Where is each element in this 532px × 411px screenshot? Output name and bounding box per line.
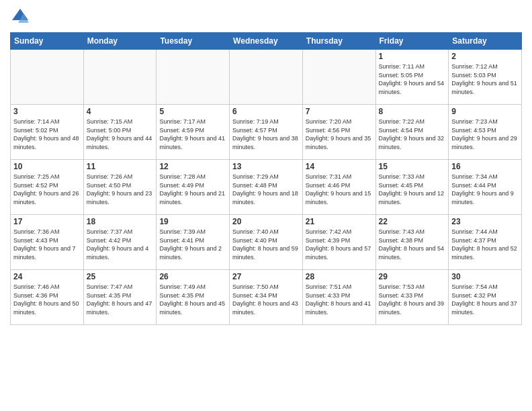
calendar-cell: 6Sunrise: 7:19 AM Sunset: 4:57 PM Daylig…: [230, 105, 303, 160]
day-number: 11: [87, 162, 154, 171]
day-number: 5: [159, 107, 226, 116]
day-info: Sunrise: 7:33 AM Sunset: 4:45 PM Dayligh…: [379, 173, 446, 206]
day-number: 14: [306, 162, 373, 171]
day-info: Sunrise: 7:46 AM Sunset: 4:36 PM Dayligh…: [13, 283, 81, 316]
calendar-cell: 25Sunrise: 7:47 AM Sunset: 4:35 PM Dayli…: [83, 270, 157, 325]
day-info: Sunrise: 7:28 AM Sunset: 4:49 PM Dayligh…: [159, 173, 226, 206]
day-info: Sunrise: 7:49 AM Sunset: 4:35 PM Dayligh…: [159, 283, 226, 316]
calendar-cell: 30Sunrise: 7:54 AM Sunset: 4:32 PM Dayli…: [449, 270, 522, 325]
logo-icon: [10, 7, 30, 27]
calendar-week-2: 3Sunrise: 7:14 AM Sunset: 5:02 PM Daylig…: [11, 105, 522, 160]
day-number: 8: [379, 107, 446, 116]
calendar-cell: 22Sunrise: 7:43 AM Sunset: 4:38 PM Dayli…: [375, 215, 449, 270]
day-number: 22: [379, 217, 446, 226]
day-info: Sunrise: 7:34 AM Sunset: 4:44 PM Dayligh…: [451, 173, 519, 206]
day-number: 29: [379, 272, 446, 281]
calendar-cell: 24Sunrise: 7:46 AM Sunset: 4:36 PM Dayli…: [11, 270, 84, 325]
calendar-cell: 20Sunrise: 7:40 AM Sunset: 4:40 PM Dayli…: [230, 215, 303, 270]
day-number: 6: [232, 107, 300, 116]
weekday-header-tuesday: Tuesday: [157, 33, 230, 50]
logo: [10, 7, 33, 27]
calendar-cell: 1Sunrise: 7:11 AM Sunset: 5:05 PM Daylig…: [375, 50, 449, 105]
day-info: Sunrise: 7:43 AM Sunset: 4:38 PM Dayligh…: [379, 228, 446, 261]
calendar-cell: 3Sunrise: 7:14 AM Sunset: 5:02 PM Daylig…: [11, 105, 84, 160]
day-info: Sunrise: 7:54 AM Sunset: 4:32 PM Dayligh…: [451, 283, 519, 316]
calendar-cell: 2Sunrise: 7:12 AM Sunset: 5:03 PM Daylig…: [449, 50, 522, 105]
day-number: 20: [232, 217, 300, 226]
day-info: Sunrise: 7:44 AM Sunset: 4:37 PM Dayligh…: [451, 228, 519, 261]
day-number: 21: [306, 217, 373, 226]
page: SundayMondayTuesdayWednesdayThursdayFrid…: [0, 0, 532, 411]
day-info: Sunrise: 7:17 AM Sunset: 4:59 PM Dayligh…: [159, 118, 226, 151]
calendar-cell: 17Sunrise: 7:36 AM Sunset: 4:43 PM Dayli…: [11, 215, 84, 270]
calendar-cell: 15Sunrise: 7:33 AM Sunset: 4:45 PM Dayli…: [375, 160, 449, 215]
calendar-cell: 12Sunrise: 7:28 AM Sunset: 4:49 PM Dayli…: [157, 160, 230, 215]
header: [10, 7, 522, 27]
calendar-cell: [83, 50, 157, 105]
weekday-header-thursday: Thursday: [302, 33, 375, 50]
calendar-cell: 4Sunrise: 7:15 AM Sunset: 5:00 PM Daylig…: [83, 105, 157, 160]
calendar: SundayMondayTuesdayWednesdayThursdayFrid…: [10, 32, 522, 325]
day-info: Sunrise: 7:51 AM Sunset: 4:33 PM Dayligh…: [306, 283, 373, 316]
day-info: Sunrise: 7:14 AM Sunset: 5:02 PM Dayligh…: [13, 118, 81, 151]
day-number: 26: [159, 272, 226, 281]
calendar-week-3: 10Sunrise: 7:25 AM Sunset: 4:52 PM Dayli…: [11, 160, 522, 215]
calendar-cell: 11Sunrise: 7:26 AM Sunset: 4:50 PM Dayli…: [83, 160, 157, 215]
weekday-header-friday: Friday: [375, 33, 449, 50]
day-info: Sunrise: 7:26 AM Sunset: 4:50 PM Dayligh…: [87, 173, 154, 206]
calendar-header-row: SundayMondayTuesdayWednesdayThursdayFrid…: [11, 33, 522, 50]
day-number: 23: [451, 217, 519, 226]
day-number: 9: [451, 107, 519, 116]
calendar-cell: 28Sunrise: 7:51 AM Sunset: 4:33 PM Dayli…: [302, 270, 375, 325]
weekday-header-wednesday: Wednesday: [230, 33, 303, 50]
day-info: Sunrise: 7:39 AM Sunset: 4:41 PM Dayligh…: [159, 228, 226, 261]
calendar-cell: 9Sunrise: 7:23 AM Sunset: 4:53 PM Daylig…: [449, 105, 522, 160]
day-number: 13: [232, 162, 300, 171]
calendar-cell: 23Sunrise: 7:44 AM Sunset: 4:37 PM Dayli…: [449, 215, 522, 270]
day-info: Sunrise: 7:29 AM Sunset: 4:48 PM Dayligh…: [232, 173, 300, 206]
day-info: Sunrise: 7:31 AM Sunset: 4:46 PM Dayligh…: [306, 173, 373, 206]
weekday-header-sunday: Sunday: [11, 33, 84, 50]
calendar-cell: 29Sunrise: 7:53 AM Sunset: 4:33 PM Dayli…: [375, 270, 449, 325]
day-number: 12: [159, 162, 226, 171]
day-number: 27: [232, 272, 300, 281]
day-number: 17: [13, 217, 81, 226]
calendar-cell: 19Sunrise: 7:39 AM Sunset: 4:41 PM Dayli…: [157, 215, 230, 270]
calendar-week-1: 1Sunrise: 7:11 AM Sunset: 5:05 PM Daylig…: [11, 50, 522, 105]
calendar-cell: 27Sunrise: 7:50 AM Sunset: 4:34 PM Dayli…: [230, 270, 303, 325]
day-number: 10: [13, 162, 81, 171]
calendar-cell: 10Sunrise: 7:25 AM Sunset: 4:52 PM Dayli…: [11, 160, 84, 215]
day-number: 25: [87, 272, 154, 281]
day-info: Sunrise: 7:40 AM Sunset: 4:40 PM Dayligh…: [232, 228, 300, 261]
day-number: 18: [87, 217, 154, 226]
day-number: 4: [87, 107, 154, 116]
calendar-cell: [157, 50, 230, 105]
calendar-cell: 26Sunrise: 7:49 AM Sunset: 4:35 PM Dayli…: [157, 270, 230, 325]
calendar-cell: 13Sunrise: 7:29 AM Sunset: 4:48 PM Dayli…: [230, 160, 303, 215]
day-info: Sunrise: 7:42 AM Sunset: 4:39 PM Dayligh…: [306, 228, 373, 261]
day-info: Sunrise: 7:53 AM Sunset: 4:33 PM Dayligh…: [379, 283, 446, 316]
day-info: Sunrise: 7:50 AM Sunset: 4:34 PM Dayligh…: [232, 283, 300, 316]
day-number: 2: [451, 52, 519, 61]
day-info: Sunrise: 7:25 AM Sunset: 4:52 PM Dayligh…: [13, 173, 81, 206]
weekday-header-saturday: Saturday: [449, 33, 522, 50]
day-number: 3: [13, 107, 81, 116]
calendar-cell: 16Sunrise: 7:34 AM Sunset: 4:44 PM Dayli…: [449, 160, 522, 215]
calendar-cell: [230, 50, 303, 105]
day-info: Sunrise: 7:20 AM Sunset: 4:56 PM Dayligh…: [306, 118, 373, 151]
day-info: Sunrise: 7:36 AM Sunset: 4:43 PM Dayligh…: [13, 228, 81, 261]
day-info: Sunrise: 7:23 AM Sunset: 4:53 PM Dayligh…: [451, 118, 519, 151]
day-info: Sunrise: 7:12 AM Sunset: 5:03 PM Dayligh…: [451, 62, 519, 96]
calendar-week-5: 24Sunrise: 7:46 AM Sunset: 4:36 PM Dayli…: [11, 270, 522, 325]
calendar-cell: 14Sunrise: 7:31 AM Sunset: 4:46 PM Dayli…: [302, 160, 375, 215]
day-number: 16: [451, 162, 519, 171]
day-info: Sunrise: 7:47 AM Sunset: 4:35 PM Dayligh…: [87, 283, 154, 316]
day-number: 19: [159, 217, 226, 226]
day-number: 7: [306, 107, 373, 116]
calendar-cell: 5Sunrise: 7:17 AM Sunset: 4:59 PM Daylig…: [157, 105, 230, 160]
day-info: Sunrise: 7:19 AM Sunset: 4:57 PM Dayligh…: [232, 118, 300, 151]
calendar-cell: [302, 50, 375, 105]
day-info: Sunrise: 7:22 AM Sunset: 4:54 PM Dayligh…: [379, 118, 446, 151]
calendar-week-4: 17Sunrise: 7:36 AM Sunset: 4:43 PM Dayli…: [11, 215, 522, 270]
calendar-cell: [11, 50, 84, 105]
